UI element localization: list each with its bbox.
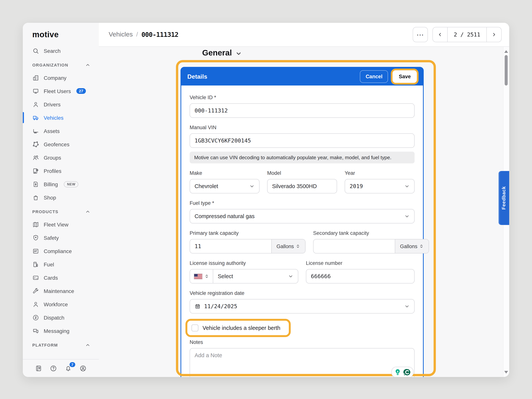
scrollbar-down-arrow[interactable]: [504, 371, 508, 374]
content-area: General Details Cancel Save Vehicle ID *: [99, 47, 509, 377]
sidebar-item-messaging[interactable]: Messaging: [23, 324, 99, 337]
sidebar-item-compliance[interactable]: Compliance: [23, 244, 99, 258]
sidebar-item-groups[interactable]: Groups: [23, 151, 99, 164]
make-model-year-row: Make Chevrolet Model Year: [190, 170, 415, 193]
sidebar-item-workforce[interactable]: Workforce: [23, 298, 99, 311]
vehicle-id-field: Vehicle ID *: [190, 95, 415, 118]
lightbulb-icon[interactable]: [394, 368, 402, 376]
scrollbar-thumb[interactable]: [505, 55, 508, 86]
sidebar-item-search[interactable]: Search: [23, 44, 99, 57]
fuel-type-select[interactable]: Compressed natural gas: [190, 209, 415, 223]
sidebar-item-label: Groups: [44, 154, 61, 161]
chevron-down-icon: [236, 50, 242, 57]
extension-logo-icon[interactable]: [403, 368, 411, 376]
logbook-icon[interactable]: [35, 365, 42, 372]
general-section-toggle[interactable]: General: [202, 48, 242, 57]
registration-date-picker[interactable]: 11/24/2025: [190, 299, 415, 314]
license-authority-group: Select: [190, 269, 298, 284]
notes-textarea[interactable]: [190, 348, 415, 377]
sidebar-item-cards[interactable]: Cards: [23, 271, 99, 284]
primary-tank-field: Primary tank capacity Gallons: [190, 230, 305, 253]
license-number-input[interactable]: [306, 269, 415, 284]
year-field: Year 2019: [345, 170, 415, 193]
make-label: Make: [190, 170, 260, 176]
sidebar-item-fleet-view[interactable]: Fleet View: [23, 218, 99, 231]
secondary-tank-group: Gallons: [313, 239, 429, 253]
sidebar-item-label: Fleet Users: [44, 88, 71, 94]
company-icon: [32, 74, 39, 81]
sidebar-item-geofences[interactable]: Geofences: [23, 138, 99, 151]
manual-vin-input[interactable]: [190, 133, 415, 148]
screenshot-stage: motive Search ORGANIZATION Company Fleet…: [0, 0, 532, 399]
year-select[interactable]: 2019: [345, 179, 415, 193]
vehicles-icon: [32, 114, 39, 121]
breadcrumb-vehicles-link[interactable]: Vehicles: [109, 31, 133, 38]
secondary-tank-input[interactable]: [314, 239, 395, 253]
license-number-field: License number: [306, 260, 415, 284]
registration-date-label: Vehicle registration date: [190, 290, 415, 296]
primary-tank-input[interactable]: [190, 239, 271, 253]
sidebar-item-label: Search: [44, 48, 61, 54]
next-record-button[interactable]: [487, 27, 501, 42]
notifications-wrap[interactable]: 7: [65, 365, 72, 372]
scrollbar-up-arrow[interactable]: [504, 50, 508, 53]
year-label: Year: [345, 170, 415, 176]
more-actions-button[interactable]: ⋯: [413, 27, 428, 42]
drivers-icon: [32, 101, 39, 108]
sleeper-berth-checkbox[interactable]: [191, 324, 198, 331]
details-form: Vehicle ID * Manual VIN Motive can use V…: [181, 86, 423, 377]
sidebar-item-fleet-users[interactable]: Fleet Users 27: [23, 84, 99, 98]
country-select[interactable]: [190, 269, 213, 283]
sidebar: motive Search ORGANIZATION Company Fleet…: [23, 23, 99, 377]
registration-date-value: 11/24/2025: [204, 303, 237, 309]
notes-field: Notes: [190, 339, 415, 377]
sidebar-item-label: Fuel: [44, 261, 54, 267]
sidebar-item-vehicles[interactable]: Vehicles: [23, 111, 99, 124]
sidebar-section-platform[interactable]: PLATFORM: [23, 339, 99, 351]
cancel-button[interactable]: Cancel: [360, 70, 388, 83]
sidebar-item-assets[interactable]: Assets: [23, 124, 99, 138]
fuel-type-value: Compressed natural gas: [195, 213, 255, 219]
calendar-icon: [195, 303, 201, 309]
groups-icon: [32, 154, 39, 161]
sidebar-section-products[interactable]: PRODUCTS: [23, 206, 99, 218]
feedback-tab[interactable]: Feedback: [499, 171, 509, 225]
account-icon[interactable]: [79, 365, 87, 372]
save-button[interactable]: Save: [393, 70, 417, 83]
sidebar-item-dispatch[interactable]: Dispatch: [23, 311, 99, 324]
sidebar-item-fuel[interactable]: Fuel: [23, 258, 99, 271]
fuel-type-label: Fuel type *: [190, 200, 415, 206]
sidebar-item-label: Geofences: [44, 141, 69, 147]
sidebar-item-drivers[interactable]: Drivers: [23, 98, 99, 111]
model-label: Model: [267, 170, 337, 176]
vin-decoding-hint: Motive can use VIN decoding to automatic…: [190, 152, 415, 163]
us-flag-icon: [194, 274, 202, 279]
chevron-up-icon: [85, 62, 90, 68]
breadcrumb-vehicle-id: 000-111312: [141, 31, 178, 38]
sidebar-nav: Search ORGANIZATION Company Fleet Users …: [23, 43, 99, 359]
prev-record-button[interactable]: [433, 27, 447, 42]
make-select[interactable]: Chevrolet: [190, 179, 260, 193]
sidebar-item-shop[interactable]: Shop: [23, 191, 99, 204]
billing-new-pill: NEW: [64, 181, 78, 187]
license-authority-field: License issuing authority Select: [190, 260, 298, 284]
vehicle-id-input[interactable]: [190, 103, 415, 118]
license-authority-label: License issuing authority: [190, 260, 298, 266]
stepper-icon: [296, 244, 300, 248]
sidebar-item-maintenance[interactable]: Maintenance: [23, 284, 99, 298]
sidebar-section-organization[interactable]: ORGANIZATION: [23, 59, 99, 71]
chevron-right-icon: [491, 32, 497, 37]
sidebar-item-company[interactable]: Company: [23, 71, 99, 84]
sidebar-item-billing[interactable]: Billing NEW: [23, 177, 99, 191]
chevron-down-icon: [404, 214, 410, 219]
primary-tank-unit-select[interactable]: Gallons: [271, 239, 305, 253]
model-input[interactable]: [267, 179, 337, 193]
license-authority-select[interactable]: Select: [213, 269, 298, 283]
help-icon[interactable]: [50, 365, 57, 372]
card-title: Details: [187, 73, 207, 80]
sidebar-item-profiles[interactable]: Profiles: [23, 164, 99, 177]
breadcrumb-divider: /: [136, 31, 138, 38]
primary-tank-label: Primary tank capacity: [190, 230, 305, 236]
secondary-tank-unit-select[interactable]: Gallons: [395, 239, 429, 253]
sidebar-item-safety[interactable]: Safety: [23, 231, 99, 244]
